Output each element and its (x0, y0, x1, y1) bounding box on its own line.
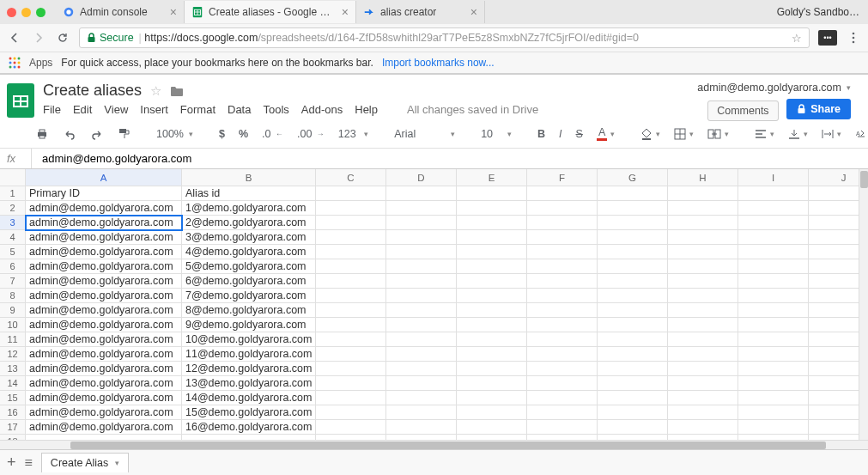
menu-addons[interactable]: Add-ons (301, 103, 343, 116)
cell-H3[interactable] (668, 216, 738, 230)
number-format-selector[interactable]: 123 ▾ (336, 126, 371, 142)
cell-G2[interactable] (598, 201, 668, 216)
cell-H7[interactable] (668, 274, 738, 289)
cell-F5[interactable] (527, 245, 598, 259)
sheet-tab[interactable]: Create Alias▾ (41, 453, 129, 472)
row-header-5[interactable]: 5 (0, 245, 26, 259)
cell-F1[interactable] (527, 186, 598, 201)
cell-B14[interactable]: 13@demo.goldyarora.com (182, 376, 316, 391)
fx-icon[interactable]: fx (7, 152, 27, 165)
cell-G3[interactable] (598, 216, 668, 230)
col-header-E[interactable]: E (457, 169, 527, 186)
undo-icon[interactable] (60, 126, 79, 142)
cell-G10[interactable] (598, 318, 668, 332)
cell-F9[interactable] (527, 303, 598, 318)
add-sheet-button[interactable]: + (7, 454, 16, 472)
cell-F15[interactable] (527, 391, 598, 405)
cell-A14[interactable]: admin@demo.goldyarora.com (26, 376, 182, 391)
cell-B10[interactable]: 9@demo.goldyarora.com (182, 318, 316, 332)
cell-E15[interactable] (457, 391, 527, 405)
cell-B6[interactable]: 5@demo.goldyarora.com (182, 259, 316, 274)
merge-cells-icon[interactable]: ▾ (705, 127, 731, 141)
cell-E12[interactable] (457, 347, 527, 362)
all-sheets-button[interactable]: ≡ (25, 455, 33, 471)
text-wrap-icon[interactable]: ▾ (819, 127, 844, 141)
row-header-17[interactable]: 17 (0, 420, 26, 435)
cell-D9[interactable] (386, 303, 457, 318)
cell-I7[interactable] (738, 274, 809, 289)
vertical-scrollbar[interactable] (859, 169, 868, 440)
account-email[interactable]: admin@demo.goldyarora.com▾ (697, 82, 851, 94)
text-rotation-icon[interactable]: A▾ (853, 127, 868, 141)
cell-H9[interactable] (668, 303, 738, 318)
cell-D14[interactable] (386, 376, 457, 391)
cell-B12[interactable]: 11@demo.goldyarora.com (182, 347, 316, 362)
apps-label[interactable]: Apps (29, 57, 52, 69)
cell-G6[interactable] (598, 259, 668, 274)
cell-H17[interactable] (668, 420, 738, 435)
percent-icon[interactable]: % (236, 126, 251, 142)
cell-A13[interactable]: admin@demo.goldyarora.com (26, 362, 182, 376)
currency-icon[interactable]: $ (216, 126, 228, 142)
cell-A7[interactable]: admin@demo.goldyarora.com (26, 274, 182, 289)
browser-menu-icon[interactable] (846, 30, 861, 46)
cell-B4[interactable]: 3@demo.goldyarora.com (182, 230, 316, 245)
redo-icon[interactable] (88, 126, 106, 142)
row-header-15[interactable]: 15 (0, 391, 26, 405)
share-button[interactable]: Share (786, 99, 851, 119)
row-header-7[interactable]: 7 (0, 274, 26, 289)
row-header-2[interactable]: 2 (0, 201, 26, 216)
cell-I17[interactable] (738, 420, 809, 435)
cell-A8[interactable]: admin@demo.goldyarora.com (26, 289, 182, 303)
cell-E3[interactable] (457, 216, 527, 230)
browser-profile[interactable]: Goldy's Sandbo… (768, 4, 868, 20)
font-selector[interactable]: Arial▾ (392, 126, 458, 142)
cell-C17[interactable] (316, 420, 386, 435)
cell-A12[interactable]: admin@demo.goldyarora.com (26, 347, 182, 362)
cell-D13[interactable] (386, 362, 457, 376)
cell-E1[interactable] (457, 186, 527, 201)
cell-D2[interactable] (386, 201, 457, 216)
cell-C15[interactable] (316, 391, 386, 405)
cell-E8[interactable] (457, 289, 527, 303)
cell-A5[interactable]: admin@demo.goldyarora.com (26, 245, 182, 259)
cell-D3[interactable] (386, 216, 457, 230)
maximize-window-icon[interactable] (36, 8, 46, 17)
menu-help[interactable]: Help (355, 103, 378, 116)
row-header-1[interactable]: 1 (0, 186, 26, 201)
cell-I5[interactable] (738, 245, 809, 259)
apps-icon[interactable] (9, 57, 21, 69)
cell-G14[interactable] (598, 376, 668, 391)
cell-H2[interactable] (668, 201, 738, 216)
row-header-12[interactable]: 12 (0, 347, 26, 362)
cell-D16[interactable] (386, 405, 457, 420)
col-header-A[interactable]: A (26, 169, 182, 186)
cell-C6[interactable] (316, 259, 386, 274)
cell-A3[interactable]: admin@demo.goldyarora.com (26, 216, 182, 230)
cell-I6[interactable] (738, 259, 809, 274)
cell-G17[interactable] (598, 420, 668, 435)
cell-E5[interactable] (457, 245, 527, 259)
cell-F16[interactable] (527, 405, 598, 420)
menu-tools[interactable]: Tools (263, 103, 288, 116)
cell-I13[interactable] (738, 362, 809, 376)
cell-A4[interactable]: admin@demo.goldyarora.com (26, 230, 182, 245)
cell-A15[interactable]: admin@demo.goldyarora.com (26, 391, 182, 405)
browser-tab-admin[interactable]: Admin console × (56, 1, 185, 23)
cell-B16[interactable]: 15@demo.goldyarora.com (182, 405, 316, 420)
extensions-icon[interactable]: ••• (818, 30, 837, 46)
bold-icon[interactable]: B (535, 126, 548, 142)
cell-A17[interactable]: admin@demo.goldyarora.com (26, 420, 182, 435)
cell-G15[interactable] (598, 391, 668, 405)
borders-icon[interactable]: ▾ (671, 126, 696, 142)
cell-D4[interactable] (386, 230, 457, 245)
sheets-logo-icon[interactable] (7, 83, 34, 118)
cell-B1[interactable]: Alias id (182, 186, 316, 201)
row-header-4[interactable]: 4 (0, 230, 26, 245)
row-header-9[interactable]: 9 (0, 303, 26, 318)
cell-E4[interactable] (457, 230, 527, 245)
row-header-3[interactable]: 3 (0, 216, 26, 230)
cell-C4[interactable] (316, 230, 386, 245)
reload-button[interactable] (55, 30, 70, 46)
cell-A9[interactable]: admin@demo.goldyarora.com (26, 303, 182, 318)
